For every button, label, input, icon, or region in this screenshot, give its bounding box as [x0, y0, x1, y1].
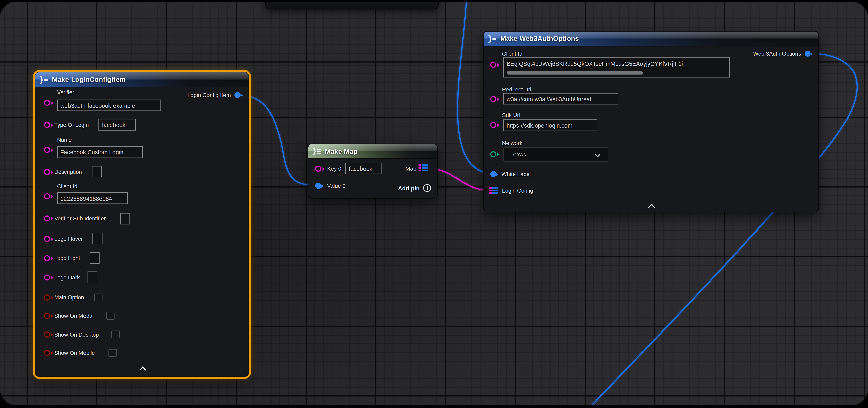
- field-logo-light[interactable]: [90, 252, 100, 264]
- field-text-sdk-url: https://sdk.openlogin.com: [506, 122, 572, 129]
- chevron-down-icon: [594, 149, 600, 160]
- wire-login-config-item-to-value0[interactable]: [238, 95, 314, 185]
- field-name[interactable]: Facebook Custom Login: [57, 146, 143, 158]
- pin-nub: [51, 195, 53, 198]
- field-verifier-sub-identifier[interactable]: [120, 213, 130, 225]
- add-pin-icon: [423, 184, 431, 192]
- pin-input-show-on-desktop[interactable]: [44, 332, 50, 338]
- field-text-redirect-url: w3a://com.w3a.Web3AuthUnreal: [506, 95, 591, 102]
- pin-input-key-0[interactable]: [315, 166, 321, 172]
- node-title: Make LoginConfigItem: [52, 76, 125, 83]
- pin-input-name[interactable]: [44, 147, 50, 153]
- field-logo-dark[interactable]: [88, 271, 97, 283]
- pin-nub: [51, 101, 53, 104]
- blueprint-editor-stage: }Make LoginConfigItemVerifierweb3auth-fa…: [0, 0, 868, 408]
- pin-nub: [497, 97, 499, 101]
- pin-nub: [51, 170, 53, 174]
- pin-input-verifier-sub-identifier[interactable]: [44, 215, 50, 222]
- label-redirect-url: Redirect Url: [502, 87, 531, 93]
- pin-output-web-3auth-options[interactable]: [805, 50, 811, 57]
- node-title: Make Web3AuthOptions: [500, 35, 579, 42]
- field-type-of-login[interactable]: facebook: [98, 119, 135, 130]
- pin-input-show-on-modal[interactable]: [44, 313, 50, 319]
- pin-input-show-on-mobile[interactable]: [44, 350, 50, 356]
- label-verifier: Verifier: [57, 89, 74, 95]
- node-header[interactable]: }Make Map: [308, 144, 437, 159]
- pin-input-sdk-url[interactable]: [490, 122, 496, 128]
- node-header[interactable]: }Make Web3AuthOptions: [484, 32, 818, 46]
- field-text-client-id: 1222658941886084: [60, 195, 112, 202]
- make-map-icon: }: [313, 147, 321, 156]
- pin-input-client-id[interactable]: [44, 193, 50, 199]
- label-client-id: Client Id: [502, 50, 522, 57]
- field-description[interactable]: [92, 166, 102, 177]
- label-login-config: Login Config: [502, 188, 533, 194]
- collapse-node-chevron[interactable]: [139, 366, 147, 371]
- checkbox-show-on-desktop[interactable]: [111, 331, 120, 338]
- pin-input-logo-hover[interactable]: [44, 236, 50, 242]
- label-name: Name: [57, 137, 72, 143]
- field-client-id[interactable]: 1222658941886084: [57, 193, 128, 204]
- pin-input-verifier[interactable]: [44, 100, 50, 106]
- label-verifier-sub-identifier: Verifier Sub Identifier: [54, 215, 106, 222]
- add-pin-button[interactable]: Add pin: [398, 184, 431, 192]
- field-client-id[interactable]: BEglQSgt4cUWcj6SKRdu5QkOXTsePmMcusG5EAoy…: [503, 58, 730, 77]
- field-sdk-url[interactable]: https://sdk.openlogin.com: [503, 120, 597, 131]
- label-output-login-config-item: Login Config Item: [187, 92, 231, 98]
- svg-text:}: }: [313, 147, 317, 156]
- field-text-name: Facebook Custom Login: [60, 149, 123, 156]
- checkbox-show-on-modal[interactable]: [106, 312, 115, 319]
- label-output-web-3auth-options: Web 3Auth Options: [753, 50, 801, 57]
- pin-input-main-option[interactable]: [44, 295, 50, 301]
- node-header[interactable]: }Make LoginConfigItem: [35, 72, 249, 88]
- pin-input-logo-dark[interactable]: [44, 275, 50, 281]
- svg-text:}: }: [488, 35, 492, 43]
- checkbox-main-option[interactable]: [94, 294, 102, 301]
- label-key-0: Key 0: [327, 166, 341, 172]
- node-make-loginconfigitem[interactable]: }Make LoginConfigItemVerifierweb3auth-fa…: [35, 72, 249, 377]
- checkbox-show-on-mobile[interactable]: [108, 349, 117, 356]
- node-title: Make Map: [325, 147, 358, 155]
- label-client-id: Client Id: [57, 183, 77, 190]
- collapse-node-chevron[interactable]: [648, 203, 655, 208]
- pin-input-logo-light[interactable]: [44, 255, 50, 261]
- label-description: Description: [54, 169, 82, 175]
- field-scrollbar[interactable]: [506, 71, 643, 74]
- offscreen-node-fragment[interactable]: [265, 2, 439, 9]
- pin-input-white-label[interactable]: [490, 171, 496, 177]
- label-sdk-url: Sdk Url: [502, 112, 520, 118]
- pin-output-login-config-item[interactable]: [235, 92, 241, 98]
- field-key-0[interactable]: facebook: [345, 163, 382, 174]
- pin-nub: [497, 63, 499, 66]
- pin-input-redirect-url[interactable]: [490, 96, 496, 102]
- make-struct-icon: }: [488, 35, 497, 43]
- field-text-verifier: web3auth-facebook-example: [60, 102, 135, 109]
- pin-input-network[interactable]: [490, 151, 496, 157]
- label-logo-dark: Logo Dark: [54, 275, 80, 281]
- pin-nub: [51, 257, 53, 260]
- label-type-of-login: Type Of Login: [54, 122, 89, 128]
- pin-nub: [496, 172, 498, 176]
- dropdown-network[interactable]: CYAN: [503, 147, 609, 162]
- pin-input-value-0[interactable]: [315, 183, 321, 189]
- pin-input-client-id[interactable]: [490, 62, 496, 68]
- field-redirect-url[interactable]: w3a://com.w3a.Web3AuthUnreal: [503, 93, 618, 104]
- label-white-label: White Label: [501, 171, 531, 177]
- wire-login-config-item-to-value0[interactable]: [238, 95, 314, 185]
- make-struct-icon: }: [40, 75, 48, 84]
- pin-nub: [322, 167, 324, 170]
- pin-input-type-of-login[interactable]: [44, 122, 50, 128]
- pin-input-login-config[interactable]: [489, 187, 498, 194]
- node-make-map[interactable]: }Make MapKey 0facebookValue 0MapAdd pin: [308, 144, 438, 198]
- field-logo-hover[interactable]: [92, 233, 102, 244]
- label-show-on-mobile: Show On Mobile: [54, 350, 95, 356]
- pin-nub: [497, 152, 499, 156]
- pin-output-map[interactable]: [418, 164, 428, 172]
- pin-nub: [51, 217, 53, 220]
- node-make-web3authoptions[interactable]: }Make Web3AuthOptionsClient IdBEglQSgt4c…: [483, 31, 819, 212]
- field-verifier[interactable]: web3auth-facebook-example: [57, 100, 161, 111]
- pin-input-description[interactable]: [44, 169, 50, 175]
- pin-nub: [51, 333, 53, 336]
- svg-text:}: }: [40, 75, 44, 84]
- pin-nub: [51, 276, 53, 279]
